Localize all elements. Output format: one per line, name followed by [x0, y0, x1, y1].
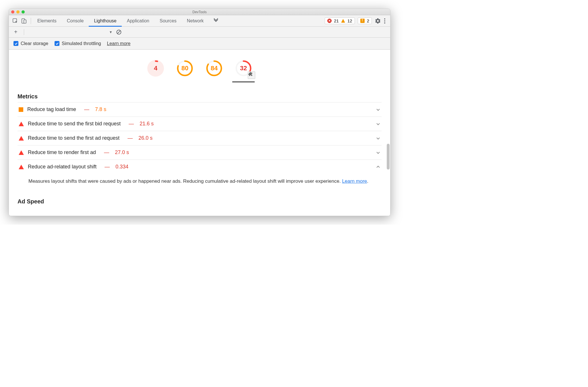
metric-detail-text: Measures layout shifts that were caused … [28, 178, 342, 184]
tab-lighthouse[interactable]: Lighthouse [89, 15, 121, 27]
dash: — [129, 121, 134, 127]
device-toggle-icon[interactable] [21, 18, 27, 24]
tab-application[interactable]: Application [122, 15, 154, 27]
score-gauge-1[interactable]: 80 [177, 60, 193, 79]
severity-fail-icon [19, 122, 24, 126]
gauge-value: 32 [240, 65, 247, 72]
dash: — [105, 164, 110, 170]
metric-label: Reduce time to send the first ad request [28, 135, 119, 141]
chevron-down-icon [376, 150, 380, 155]
dash: — [84, 106, 89, 112]
metric-value: 0.334 [115, 164, 128, 170]
clear-storage-label: Clear storage [21, 41, 48, 46]
score-gauges: 4808432 [9, 50, 390, 86]
severity-fail-icon [19, 165, 24, 169]
window-title: DevTools [9, 10, 390, 14]
tab-sources[interactable]: Sources [154, 15, 182, 27]
svg-point-4 [384, 20, 385, 22]
learn-more-link[interactable]: Learn more [107, 41, 130, 46]
inspect-element-icon[interactable] [12, 18, 18, 24]
error-count: 21 [334, 18, 339, 23]
gauge-value: 80 [181, 65, 188, 72]
gauge-value: 4 [154, 65, 157, 72]
devtools-window: DevTools Elements Console Lighthouse App… [9, 9, 390, 216]
tab-elements[interactable]: Elements [32, 15, 62, 27]
metrics-section: Metrics Reduce tag load time—7.8 sReduce… [9, 86, 390, 191]
minimize-button[interactable] [16, 10, 20, 13]
metric-row[interactable]: Reduce time to render first ad—27.0 s [18, 145, 382, 160]
metric-value: 27.0 s [115, 149, 129, 155]
dash: — [127, 135, 133, 141]
dash: — [104, 149, 109, 155]
simulated-throttling-checkbox[interactable]: Simulated throttling Learn more [55, 41, 130, 46]
metrics-list: Reduce tag load time—7.8 sReduce time to… [18, 102, 382, 191]
svg-point-3 [384, 18, 385, 20]
metric-value: 26.0 s [138, 135, 152, 141]
warning-count: 12 [347, 18, 352, 23]
ad-speed-section: Ad Speed [9, 191, 390, 205]
metrics-heading: Metrics [18, 93, 382, 100]
close-button[interactable] [11, 10, 14, 13]
metric-value: 7.8 s [95, 106, 106, 112]
issues-icon [360, 19, 365, 23]
metric-label: Reduce time to render first ad [28, 149, 96, 155]
maximize-button[interactable] [22, 10, 25, 13]
metric-row[interactable]: Reduce ad-related layout shift—0.334 [18, 160, 382, 174]
severity-fail-icon [19, 136, 24, 141]
clear-storage-checkbox[interactable]: Clear storage [13, 41, 48, 46]
simulated-throttling-label: Simulated throttling [62, 41, 101, 46]
divider [31, 18, 31, 24]
metric-detail: Measures layout shifts that were caused … [18, 174, 382, 191]
svg-line-7 [117, 30, 120, 34]
new-report-button[interactable]: + [12, 29, 19, 35]
tab-network[interactable]: Network [182, 15, 209, 27]
metric-row[interactable]: Reduce tag load time—7.8 s [18, 102, 382, 116]
score-gauge-3[interactable]: 32 [235, 60, 252, 79]
checkbox-checked-icon [13, 41, 18, 46]
metric-label: Reduce tag load time [27, 106, 76, 112]
chevron-down-icon [376, 107, 380, 112]
svg-point-5 [384, 22, 385, 24]
metric-row[interactable]: Reduce time to send the first bid reques… [18, 116, 382, 131]
recordings-count: 2 [367, 18, 369, 23]
report-dropdown[interactable]: ▼ [109, 30, 113, 34]
severity-warning-icon [19, 107, 23, 112]
metric-value: 21.6 s [140, 121, 154, 127]
plugin-icon [248, 71, 255, 79]
severity-fail-icon [19, 150, 24, 155]
gauge-value: 84 [211, 65, 218, 72]
learn-more-link[interactable]: Learn more [342, 178, 367, 184]
checkbox-checked-icon [55, 41, 59, 46]
divider [24, 29, 24, 35]
chevron-down-icon [376, 136, 380, 141]
tab-console[interactable]: Console [62, 15, 89, 27]
lighthouse-toolbar: + ▼ [9, 27, 390, 38]
more-options-icon[interactable] [384, 18, 386, 24]
chevron-down-icon [376, 122, 380, 126]
metric-label: Reduce time to send the first bid reques… [28, 121, 121, 127]
score-gauge-2[interactable]: 84 [206, 60, 223, 79]
panel-tabs: Elements Console Lighthouse Application … [32, 15, 221, 27]
svg-rect-2 [24, 20, 26, 23]
traffic-lights [11, 10, 25, 13]
report-content: 4808432 Metrics Reduce tag load time—7.8… [9, 50, 390, 216]
scrollbar-thumb[interactable] [387, 144, 390, 170]
ad-speed-heading: Ad Speed [18, 198, 382, 205]
metric-label: Reduce ad-related layout shift [28, 164, 96, 170]
options-bar: Clear storage Simulated throttling Learn… [9, 38, 390, 50]
settings-icon[interactable] [375, 18, 381, 24]
titlebar: DevTools [9, 9, 390, 15]
chevron-up-icon [376, 165, 380, 169]
more-tabs-button[interactable] [211, 18, 221, 24]
recorder-count[interactable]: 2 [358, 17, 372, 24]
metric-row[interactable]: Reduce time to send the first ad request… [18, 131, 382, 145]
tab-bar: Elements Console Lighthouse Application … [9, 15, 390, 27]
score-gauge-0[interactable]: 4 [147, 60, 164, 79]
clear-icon[interactable] [116, 29, 122, 35]
warning-icon [341, 19, 345, 23]
console-issue-counts[interactable]: ✕ 21 12 [325, 17, 355, 24]
error-icon: ✕ [327, 19, 332, 23]
